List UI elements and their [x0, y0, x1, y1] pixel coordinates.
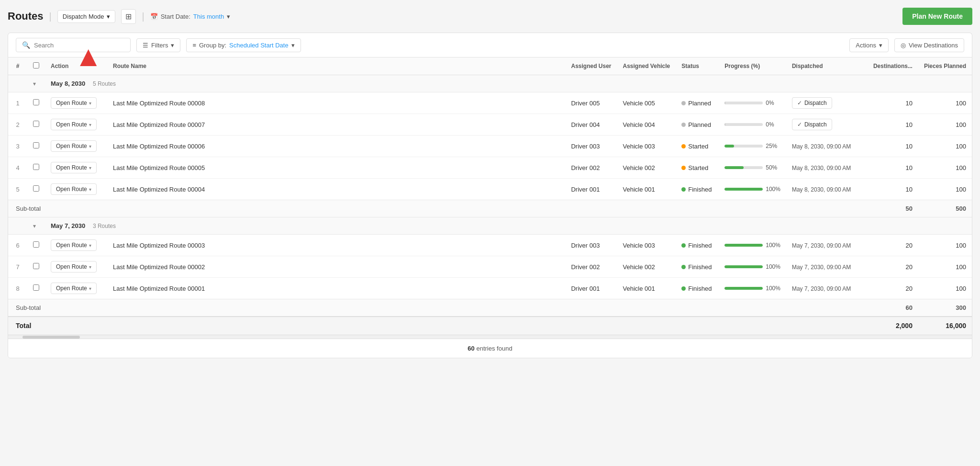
progress-bar-container: 100%: [724, 242, 780, 249]
progress-label: 100%: [766, 285, 780, 292]
destinations-cell: 10: [868, 157, 918, 179]
route-name: Last Mile Optimized Route 00004: [113, 186, 205, 193]
pieces-planned-cell: 100: [918, 256, 972, 278]
row-checkbox[interactable]: [33, 99, 39, 105]
open-route-label: Open Route: [56, 263, 87, 270]
destinations-cell: 20: [868, 235, 918, 256]
col-header-num: #: [8, 57, 27, 75]
open-route-button[interactable]: Open Route ▾: [51, 119, 97, 130]
route-name: Last Mile Optimized Route 00003: [113, 242, 205, 249]
actions-chevron: ▾: [879, 42, 882, 49]
route-name: Last Mile Optimized Route 00008: [113, 100, 205, 107]
dispatch-check-icon: ✓: [797, 100, 802, 106]
row-action-cell: Open Route ▾: [45, 235, 107, 256]
status-badge: Finished: [681, 285, 712, 292]
actions-button[interactable]: Actions ▾: [849, 38, 889, 52]
open-route-button[interactable]: Open Route ▾: [51, 283, 97, 294]
progress-cell: 100%: [719, 256, 786, 278]
row-checkbox[interactable]: [33, 263, 39, 269]
row-checkbox[interactable]: [33, 185, 39, 192]
table-header-row: # Action Route Name Assigned User Assign…: [8, 57, 972, 75]
row-checkbox-cell: [27, 256, 45, 278]
row-action-cell: Open Route ▾: [45, 179, 107, 200]
route-name-cell: Last Mile Optimized Route 00003: [107, 235, 565, 256]
assigned-user: Driver 002: [571, 263, 600, 271]
search-input[interactable]: [34, 42, 124, 49]
pieces-planned-cell: 100: [918, 92, 972, 114]
filters-label: Filters: [151, 42, 168, 49]
scrollbar-area[interactable]: [8, 335, 972, 339]
row-checkbox[interactable]: [33, 121, 39, 127]
dispatched-date: May 7, 2030, 09:00 AM: [792, 285, 851, 292]
row-checkbox[interactable]: [33, 241, 39, 248]
row-checkbox-cell: [27, 179, 45, 200]
progress-label: 50%: [766, 164, 780, 171]
progress-bar-container: 0%: [724, 100, 780, 106]
status-cell: Finished: [676, 235, 719, 256]
assigned-user-cell: Driver 002: [565, 256, 617, 278]
dispatch-button[interactable]: ✓ Dispatch: [792, 119, 832, 130]
row-action-cell: Open Route ▾: [45, 278, 107, 299]
open-route-button[interactable]: Open Route ▾: [51, 239, 97, 251]
pieces-planned-value: 100: [956, 164, 966, 171]
col-header-status: Status: [676, 57, 719, 75]
open-route-button[interactable]: Open Route ▾: [51, 97, 97, 109]
row-checkbox[interactable]: [33, 142, 39, 148]
status-cell: Finished: [676, 179, 719, 200]
open-route-button[interactable]: Open Route ▾: [51, 183, 97, 195]
view-destinations-button[interactable]: ◎ View Destinations: [894, 38, 964, 52]
col-header-dispatched: Dispatched: [786, 57, 868, 75]
row-number: 7: [8, 256, 27, 278]
assigned-user: Driver 004: [571, 121, 600, 128]
progress-label: 100%: [766, 263, 780, 270]
total-label: Total: [16, 322, 31, 330]
filters-button[interactable]: ☰ Filters ▾: [136, 38, 180, 52]
group-route-count: 5 Routes: [93, 80, 116, 87]
start-date-value[interactable]: This month: [193, 13, 224, 20]
groupby-button[interactable]: ≡ Group by: Scheduled Start Date ▾: [186, 38, 301, 52]
header-divider-2: |: [142, 11, 144, 22]
total-destinations: 2,000: [868, 317, 918, 335]
table-row: 4 Open Route ▾ Last Mile Optimized Route…: [8, 157, 972, 179]
destinations-cell: 20: [868, 256, 918, 278]
destinations-cell: 10: [868, 136, 918, 157]
scroll-thumb[interactable]: [22, 336, 80, 339]
assigned-user-cell: Driver 003: [565, 235, 617, 256]
status-dot: [681, 286, 686, 291]
row-action-cell: Open Route ▾: [45, 114, 107, 136]
start-date-label: Start Date:: [161, 13, 190, 20]
dispatched-cell: May 7, 2030, 09:00 AM: [786, 235, 868, 256]
open-route-button[interactable]: Open Route ▾: [51, 140, 97, 152]
row-checkbox[interactable]: [33, 164, 39, 170]
open-route-button[interactable]: Open Route ▾: [51, 261, 97, 273]
status-cell: Finished: [676, 256, 719, 278]
row-number: 3: [8, 136, 27, 157]
progress-bar-background: [724, 265, 763, 268]
dispatched-date: May 7, 2030, 09:00 AM: [792, 264, 851, 271]
progress-bar-background: [724, 166, 763, 169]
dispatch-mode-button[interactable]: Dispatch Mode ▾: [57, 10, 116, 23]
dispatched-cell: May 7, 2030, 09:00 AM: [786, 256, 868, 278]
search-box[interactable]: 🔍: [16, 38, 131, 52]
header-left: Routes | Dispatch Mode ▾ ⊞ | 📅 Start Dat…: [8, 9, 230, 24]
status-label: Finished: [688, 186, 712, 193]
col-header-action: Action: [45, 57, 107, 75]
plan-new-route-button[interactable]: Plan New Route: [902, 8, 972, 25]
select-all-checkbox[interactable]: [33, 62, 39, 68]
status-badge: Planned: [681, 121, 711, 128]
open-route-button[interactable]: Open Route ▾: [51, 162, 97, 173]
group-collapse-icon[interactable]: ▾: [33, 223, 36, 229]
dispatch-button[interactable]: ✓ Dispatch: [792, 97, 832, 109]
row-checkbox[interactable]: [33, 284, 39, 291]
progress-cell: 100%: [719, 278, 786, 299]
assigned-user-cell: Driver 003: [565, 136, 617, 157]
filter-icon: ☰: [143, 42, 148, 49]
assigned-user-cell: Driver 001: [565, 179, 617, 200]
status-cell: Finished: [676, 278, 719, 299]
status-cell: Started: [676, 157, 719, 179]
destinations-value: 20: [905, 242, 912, 249]
group-collapse-icon[interactable]: ▾: [33, 80, 36, 87]
grid-view-button[interactable]: ⊞: [121, 9, 136, 24]
status-dot: [681, 144, 686, 148]
pieces-planned-cell: 100: [918, 114, 972, 136]
